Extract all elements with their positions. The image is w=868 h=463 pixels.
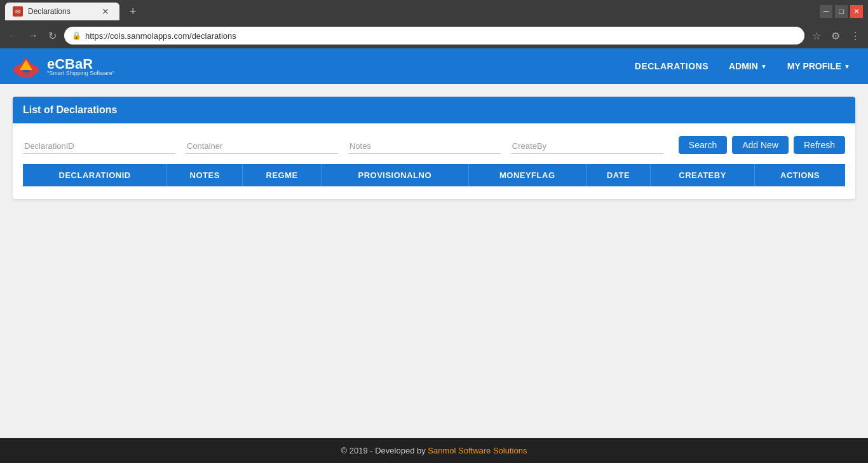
col-create-by: CREATEBY	[651, 164, 755, 186]
brand-logo	[10, 52, 42, 80]
filter-buttons: Search Add New Refresh	[679, 136, 845, 154]
admin-chevron-icon: ▼	[761, 63, 767, 70]
forward-button[interactable]: →	[25, 27, 41, 44]
nav-links: DECLARATIONS ADMIN ▼ MY PROFILE ▼	[627, 56, 858, 76]
col-provisional-no: PROVISIONALNO	[322, 164, 469, 186]
myprofile-chevron-icon: ▼	[844, 63, 850, 70]
declarations-card: List of Declarations	[13, 97, 855, 199]
url-text: https://cols.sanmolapps.com/declarations	[85, 31, 797, 41]
created-by-input[interactable]	[511, 139, 663, 154]
extensions-icon[interactable]: ⚙	[829, 27, 843, 45]
browser-titlebar: Declarations ✕ + ─ □ ✕	[0, 0, 868, 23]
nav-admin-label: ADMIN	[729, 61, 758, 71]
search-button[interactable]: Search	[679, 136, 727, 154]
col-date: DATE	[586, 164, 650, 186]
brand[interactable]: eCBaR "Smart Shipping Software"	[10, 52, 114, 80]
declaration-id-input[interactable]	[23, 139, 175, 154]
card-body: Search Add New Refresh DECLARATIONID NOT…	[13, 123, 855, 199]
table-header-row: DECLARATIONID NOTES REGME PROVISIONALNO …	[23, 164, 845, 186]
menu-icon[interactable]: ⋮	[848, 27, 863, 45]
card-header: List of Declarations	[13, 97, 855, 123]
table-container: DECLARATIONID NOTES REGME PROVISIONALNO …	[23, 164, 845, 186]
nav-declarations[interactable]: DECLARATIONS	[627, 56, 716, 76]
brand-text-container: eCBaR "Smart Shipping Software"	[47, 56, 114, 76]
browser-toolbar-icons: ☆ ⚙ ⋮	[810, 27, 863, 45]
url-bar[interactable]: 🔒 https://cols.sanmolapps.com/declaratio…	[64, 27, 804, 45]
nav-myprofile-dropdown[interactable]: MY PROFILE ▼	[780, 56, 858, 76]
container-field	[186, 139, 338, 154]
lock-icon: 🔒	[72, 31, 81, 40]
container-input[interactable]	[186, 139, 338, 154]
tab-title: Declarations	[28, 7, 94, 16]
browser-tab[interactable]: Declarations ✕	[5, 3, 119, 20]
nav-myprofile-label: MY PROFILE	[787, 61, 841, 71]
col-money-flag: MONEYFLAG	[468, 164, 586, 186]
footer-text: © 2019 - Developed by	[341, 446, 428, 455]
svg-point-4	[18, 72, 34, 78]
navbar: eCBaR "Smart Shipping Software" DECLARAT…	[0, 48, 868, 84]
table-header: DECLARATIONID NOTES REGME PROVISIONALNO …	[23, 164, 845, 186]
main-content: List of Declarations	[0, 84, 868, 438]
filter-row: Search Add New Refresh	[23, 136, 845, 154]
col-regme: REGME	[243, 164, 322, 186]
tab-favicon	[13, 6, 23, 17]
maximize-button[interactable]: □	[835, 5, 848, 18]
notes-field	[348, 139, 501, 154]
address-bar-container: ← → ↻ 🔒 https://cols.sanmolapps.com/decl…	[0, 23, 868, 48]
close-button[interactable]: ✕	[850, 5, 863, 18]
new-tab-button[interactable]: +	[125, 4, 142, 20]
notes-input[interactable]	[348, 139, 501, 154]
declaration-id-field	[23, 139, 175, 154]
window-controls: ─ □ ✕	[820, 5, 863, 18]
page-title: List of Declarations	[23, 104, 117, 115]
brand-tagline: "Smart Shipping Software"	[47, 70, 114, 76]
reload-button[interactable]: ↻	[46, 27, 59, 45]
created-by-field	[511, 139, 663, 154]
star-icon[interactable]: ☆	[810, 27, 824, 45]
nav-admin-dropdown[interactable]: ADMIN ▼	[721, 56, 775, 76]
back-button[interactable]: ←	[5, 27, 20, 44]
tab-close-button[interactable]: ✕	[99, 5, 112, 18]
minimize-button[interactable]: ─	[820, 5, 832, 18]
footer: © 2019 - Developed by Sanmol Software So…	[0, 438, 868, 463]
refresh-button[interactable]: Refresh	[794, 136, 845, 154]
declarations-table: DECLARATIONID NOTES REGME PROVISIONALNO …	[23, 164, 845, 186]
add-new-button[interactable]: Add New	[732, 136, 789, 154]
col-declaration-id: DECLARATIONID	[23, 164, 167, 186]
col-notes: NOTES	[167, 164, 243, 186]
col-actions: ACTIONS	[755, 164, 845, 186]
footer-link[interactable]: Sanmol Software Solutions	[428, 446, 527, 455]
